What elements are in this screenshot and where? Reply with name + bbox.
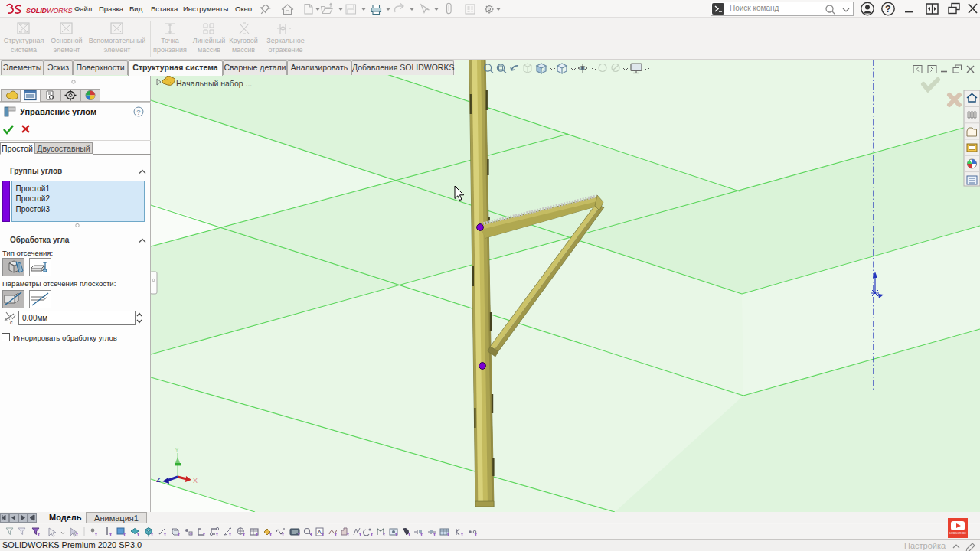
svg-text:A: A <box>318 529 322 536</box>
svg-text:Y: Y <box>175 446 179 454</box>
svg-text:Z: Z <box>156 476 161 484</box>
svg-text:?: ? <box>136 108 140 116</box>
svg-text:c: c <box>10 320 13 325</box>
svg-text:?: ? <box>885 4 891 15</box>
svg-text:X: X <box>193 477 198 484</box>
svg-text:Начальный набор ...: Начальный набор ... <box>176 79 252 88</box>
